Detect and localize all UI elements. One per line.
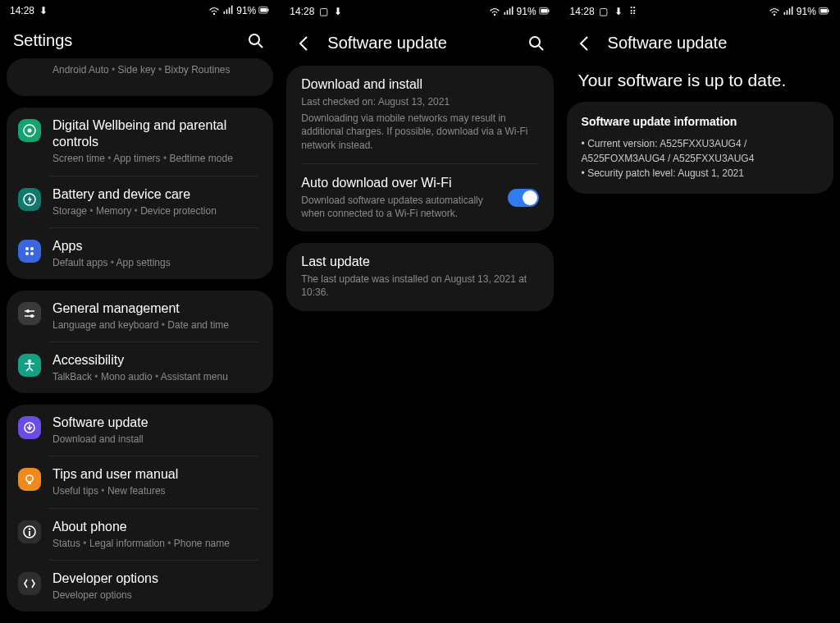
row-sub: TalkBackMono audioAssistant menu (52, 370, 262, 383)
settings-row[interactable]: About phoneStatusLegal informationPhone … (7, 509, 273, 560)
update-info-card: Software update information Current vers… (567, 102, 833, 194)
apps-icon (18, 240, 41, 263)
settings-row[interactable]: Tips and user manualUseful tipsNew featu… (7, 456, 273, 507)
row-sub: Download software updates automatically … (301, 194, 499, 220)
settings-list: Android AutoSide keyBixby RoutinesDigita… (0, 63, 280, 623)
status-bar: 14:28 ▢ ⬇ 91% (280, 0, 559, 23)
download-icon: ⬇ (332, 6, 344, 17)
row-sub: StatusLegal informationPhone name (52, 537, 262, 550)
settings-row[interactable]: Developer optionsDeveloper options (7, 561, 273, 612)
battery-icon (258, 5, 270, 16)
update-icon (18, 416, 41, 439)
auto-download-row[interactable]: Auto download over Wi-Fi Download softwa… (286, 164, 553, 231)
su-card-last: Last update The last update was installe… (286, 243, 553, 310)
wifi-icon (769, 6, 780, 17)
row-sub: StorageMemoryDevice protection (52, 204, 262, 218)
info-line: Security patch level: August 1, 2021 (582, 166, 819, 181)
settings-group: Software updateDownload and installTips … (7, 405, 273, 612)
status-time: 14:28 (10, 5, 34, 16)
info-line: Current version: A525FXXU3AUG4 / A525FOX… (582, 136, 819, 166)
download-icon: ⬇ (613, 6, 624, 17)
row-sub: Language and keyboardDate and time (52, 318, 262, 332)
su-header: Software update (280, 23, 559, 66)
tips-icon (18, 468, 41, 491)
software-update-panel: 14:28 ▢ ⬇ 91% Software update Download a… (280, 0, 559, 623)
info-title: Software update information (582, 115, 819, 128)
row-title: Apps (52, 238, 262, 254)
status-time: 14:28 (570, 6, 595, 17)
battery-text: 91% (517, 6, 536, 17)
status-time: 14:28 (290, 6, 314, 17)
page-title: Settings (13, 31, 232, 50)
settings-group: Android AutoSide keyBixby Routines (7, 58, 273, 96)
row-title: Auto download over Wi-Fi (301, 176, 499, 190)
auto-download-toggle[interactable] (508, 189, 539, 207)
row-sub: Android AutoSide keyBixby Routines (52, 63, 262, 76)
row-sub: Developer options (52, 589, 262, 602)
row-sub: Last checked on: August 13, 2021 (301, 95, 538, 108)
su-card-main: Download and install Last checked on: Au… (286, 66, 553, 231)
signal-icon (783, 6, 794, 17)
settings-row[interactable]: General managementLanguage and keyboardD… (7, 291, 273, 341)
wifi-icon (208, 5, 220, 16)
up-to-date-message: Your software is up to date. (560, 66, 840, 102)
su-header: Software update (560, 23, 840, 66)
screenshot-icon: ▢ (317, 6, 329, 17)
row-sub: The last update was installed on August … (301, 273, 538, 299)
row-sub: Download and install (52, 433, 262, 446)
search-button[interactable] (524, 31, 547, 54)
accessibility-icon (18, 354, 41, 377)
row-title: Accessibility (52, 352, 262, 369)
signal-icon (503, 6, 514, 17)
row-sub: Screen timeApp timersBedtime mode (52, 152, 262, 165)
row-sub: Default appsApp settings (52, 256, 262, 269)
battery-icon (819, 6, 830, 17)
settings-group: Digital Wellbeing and parental controlsS… (7, 108, 273, 279)
sliders-icon (18, 302, 41, 325)
back-button[interactable] (293, 31, 316, 54)
settings-header: Settings (0, 21, 280, 63)
download-install-row[interactable]: Download and install Last checked on: Au… (286, 66, 553, 163)
battery-icon (18, 188, 41, 211)
row-sub: Useful tipsNew features (52, 484, 262, 497)
page-title: Software update (327, 34, 512, 53)
grid-icon: ⠿ (628, 6, 639, 17)
row-title: Last update (301, 254, 538, 269)
settings-panel: 14:28 ⬇ 91% Settings Android AutoSide ke… (0, 0, 280, 623)
settings-row[interactable]: Digital Wellbeing and parental controlsS… (7, 108, 273, 175)
row-title: About phone (52, 519, 262, 535)
dev-icon (18, 572, 41, 595)
battery-text: 91% (797, 6, 816, 17)
row-title: Software update (52, 415, 262, 431)
settings-row[interactable]: Battery and device careStorageMemoryDevi… (7, 176, 273, 227)
page-title: Software update (608, 34, 827, 53)
wellbeing-icon (18, 119, 41, 142)
screenshot-icon: ▢ (598, 6, 609, 17)
last-update-row[interactable]: Last update The last update was installe… (286, 243, 553, 310)
battery-icon (539, 6, 550, 17)
status-bar: 14:28 ▢ ⬇ ⠿ 91% (560, 0, 840, 23)
software-update-result-panel: 14:28 ▢ ⬇ ⠿ 91% Software update Your sof… (560, 0, 840, 623)
row-title: Download and install (301, 77, 538, 92)
row-title: Digital Wellbeing and parental controls (52, 117, 262, 150)
back-button[interactable] (573, 31, 596, 54)
settings-row[interactable]: AccessibilityTalkBackMono audioAssistant… (7, 342, 273, 393)
row-title: General management (52, 300, 262, 317)
settings-row[interactable]: Android AutoSide keyBixby Routines (7, 58, 273, 96)
settings-row[interactable]: Software updateDownload and install (7, 405, 273, 456)
info-icon (18, 520, 41, 543)
download-icon: ⬇ (38, 5, 49, 16)
signal-icon (222, 5, 234, 16)
row-title: Tips and user manual (52, 466, 262, 483)
wifi-icon (489, 6, 500, 17)
battery-text: 91% (236, 5, 256, 16)
row-sub: Downloading via mobile networks may resu… (301, 112, 538, 152)
row-title: Developer options (52, 570, 262, 587)
row-title: Battery and device care (52, 186, 262, 203)
settings-group: General managementLanguage and keyboardD… (7, 291, 273, 393)
status-bar: 14:28 ⬇ 91% (0, 0, 280, 21)
search-button[interactable] (244, 29, 267, 52)
settings-row[interactable]: AppsDefault appsApp settings (7, 228, 273, 279)
